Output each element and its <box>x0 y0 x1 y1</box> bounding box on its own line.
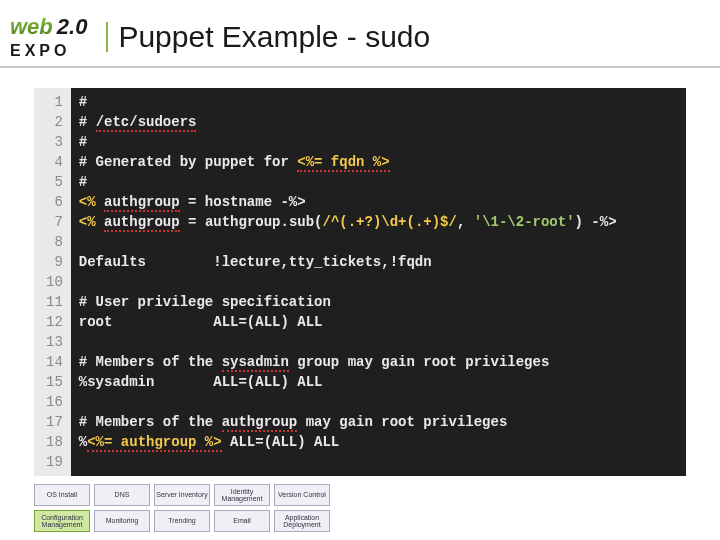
line-number: 11 <box>46 292 63 312</box>
box-row-1: OS Install DNS Server Inventory Identity… <box>34 484 686 506</box>
box-dns: DNS <box>94 484 150 506</box>
code-line: root ALL=(ALL) ALL <box>79 312 678 332</box>
logo-subtext: EXPO <box>10 42 70 60</box>
code-line: # <box>79 132 678 152</box>
box-server-inventory: Server Inventory <box>154 484 210 506</box>
code-line: <% authgroup = authgroup.sub(/^(.+?)\d+(… <box>79 212 678 232</box>
slide-header: web 2.0 EXPO Puppet Example - sudo <box>0 0 720 68</box>
code-line <box>79 452 678 472</box>
code-line: # User privilege specification <box>79 292 678 312</box>
line-number: 12 <box>46 312 63 332</box>
box-monitoring: Monitoring <box>94 510 150 532</box>
line-number: 2 <box>46 112 63 132</box>
box-version-control: Version Control <box>274 484 330 506</box>
code-line: # <box>79 172 678 192</box>
line-number: 10 <box>46 272 63 292</box>
code-block: 1 2 3 4 5 6 7 8 9 10 11 12 13 14 15 16 1… <box>34 88 686 476</box>
line-number: 6 <box>46 192 63 212</box>
topic-boxes: OS Install DNS Server Inventory Identity… <box>34 484 686 532</box>
code-line: %sysadmin ALL=(ALL) ALL <box>79 372 678 392</box>
line-number: 19 <box>46 452 63 472</box>
code-line <box>79 232 678 252</box>
line-number: 17 <box>46 412 63 432</box>
box-os-install: OS Install <box>34 484 90 506</box>
box-email: Email <box>214 510 270 532</box>
logo-word: web <box>10 14 53 40</box>
line-number: 14 <box>46 352 63 372</box>
code-line: # /etc/sudoers <box>79 112 678 132</box>
code-line <box>79 392 678 412</box>
line-number: 8 <box>46 232 63 252</box>
code-content: ## /etc/sudoers## Generated by puppet fo… <box>71 88 686 476</box>
title-underline <box>108 66 710 68</box>
line-number: 13 <box>46 332 63 352</box>
box-identity-management: Identity Management <box>214 484 270 506</box>
box-trending: Trending <box>154 510 210 532</box>
line-number: 7 <box>46 212 63 232</box>
code-line: # Members of the sysadmin group may gain… <box>79 352 678 372</box>
line-number: 15 <box>46 372 63 392</box>
web20-expo-logo: web 2.0 EXPO <box>10 14 90 60</box>
code-line: # Generated by puppet for <%= fqdn %> <box>79 152 678 172</box>
box-app-deployment: Application Deployment <box>274 510 330 532</box>
slide-title: Puppet Example - sudo <box>108 20 710 54</box>
code-line: Defaults !lecture,tty_tickets,!fqdn <box>79 252 678 272</box>
line-number: 16 <box>46 392 63 412</box>
code-line: <% authgroup = hostname -%> <box>79 192 678 212</box>
code-line: # Members of the authgroup may gain root… <box>79 412 678 432</box>
code-line: # <box>79 92 678 112</box>
code-line <box>79 272 678 292</box>
line-number: 4 <box>46 152 63 172</box>
line-number: 1 <box>46 92 63 112</box>
code-line: %<%= authgroup %> ALL=(ALL) ALL <box>79 432 678 452</box>
line-number: 18 <box>46 432 63 452</box>
line-number: 9 <box>46 252 63 272</box>
line-number: 3 <box>46 132 63 152</box>
logo-version: 2.0 <box>54 14 91 40</box>
box-row-2: Configuration Management Monitoring Tren… <box>34 510 686 532</box>
line-number: 5 <box>46 172 63 192</box>
code-line <box>79 332 678 352</box>
line-number-gutter: 1 2 3 4 5 6 7 8 9 10 11 12 13 14 15 16 1… <box>34 88 71 476</box>
box-config-management: Configuration Management <box>34 510 90 532</box>
